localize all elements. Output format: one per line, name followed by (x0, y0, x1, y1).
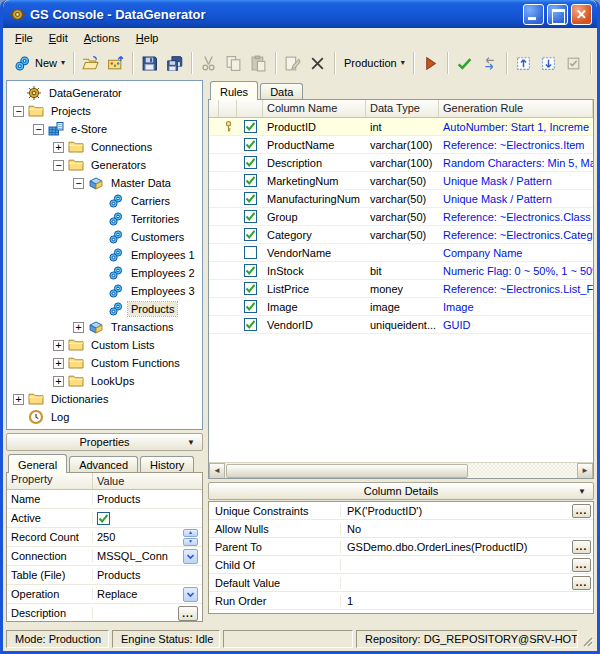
property-row-active[interactable]: Active (7, 509, 202, 528)
column-enabled-checkbox[interactable] (244, 318, 257, 331)
spinner-down-icon[interactable]: ▼ (183, 538, 198, 546)
rule-row-category[interactable]: Categoryvarchar(50)Reference: ~Electroni… (209, 226, 593, 244)
detail-row-parent-to[interactable]: Parent ToGSDemo.dbo.OrderLines(ProductID… (209, 538, 593, 556)
detail-row-unique-constraints[interactable]: Unique ConstraintsPK('ProductID')... (209, 502, 593, 520)
column-enabled-checkbox[interactable] (244, 156, 257, 169)
column-details-header[interactable]: Column Details ▼ (208, 482, 594, 500)
column-enabled-checkbox[interactable] (244, 192, 257, 205)
tree-item-dictionaries[interactable]: +Dictionaries (7, 390, 202, 408)
expand-box-icon[interactable]: + (53, 340, 64, 351)
tree-item-lookups[interactable]: +LookUps (7, 372, 202, 390)
detail-row-run-order[interactable]: Run Order1 (209, 592, 593, 610)
expand-box-icon[interactable]: + (53, 142, 64, 153)
tree-item-e-store[interactable]: −e-Store (7, 120, 202, 138)
resize-grip[interactable] (581, 635, 594, 648)
tree-item-carriers[interactable]: Carriers (7, 192, 202, 210)
tree-item-territories[interactable]: Territories (7, 210, 202, 228)
rule-row-productid[interactable]: ProductIDintAutoNumber: Start 1, Increme (209, 118, 593, 136)
ellipsis-button[interactable]: ... (178, 606, 198, 621)
properties-panel-header[interactable]: Properties ▼ (6, 433, 203, 451)
tree-item-employees-2[interactable]: Employees 2 (7, 264, 202, 282)
tree-item-products[interactable]: Products (7, 300, 202, 318)
property-row-name[interactable]: NameProducts (7, 490, 202, 509)
tab-general[interactable]: General (8, 454, 67, 473)
menu-help[interactable]: Help (128, 30, 167, 46)
spinner-up-icon[interactable]: ▲ (183, 529, 198, 537)
tab-advanced[interactable]: Advanced (69, 456, 138, 472)
tree-item-employees-3[interactable]: Employees 3 (7, 282, 202, 300)
ellipsis-button[interactable]: ... (572, 504, 591, 518)
rule-row-vendorname[interactable]: VendorNameCompany Name (209, 244, 593, 262)
rule-row-description[interactable]: Descriptionvarchar(100)Random Characters… (209, 154, 593, 172)
maximize-button[interactable] (547, 4, 568, 25)
data-type-header[interactable]: Data Type (366, 100, 439, 117)
tree-item-transactions[interactable]: +Transactions (7, 318, 202, 336)
scroll-right-button[interactable]: ► (577, 463, 593, 479)
run-button[interactable] (418, 51, 443, 76)
delete-button[interactable] (305, 51, 330, 76)
property-row-operation[interactable]: OperationReplace (7, 585, 202, 604)
column-enabled-checkbox[interactable] (244, 138, 257, 151)
dropdown-button[interactable] (183, 587, 198, 602)
minimize-button[interactable] (523, 4, 544, 25)
collapse-box-icon[interactable]: − (53, 160, 64, 171)
tree-item-employees-1[interactable]: Employees 1 (7, 246, 202, 264)
detail-row-default-value[interactable]: Default Value... (209, 574, 593, 592)
expand-box-icon[interactable]: + (73, 322, 84, 333)
tree-item-connections[interactable]: +Connections (7, 138, 202, 156)
tab-history[interactable]: History (140, 456, 194, 472)
tree-item-custom-functions[interactable]: +Custom Functions (7, 354, 202, 372)
import-project-button[interactable] (103, 51, 128, 76)
rule-row-group[interactable]: Groupvarchar(50)Reference: ~Electronics.… (209, 208, 593, 226)
active-checkbox[interactable] (97, 512, 110, 525)
detail-row-allow-nulls[interactable]: Allow NullsNo (209, 520, 593, 538)
tree-item-custom-lists[interactable]: +Custom Lists (7, 336, 202, 354)
tree-item-customers[interactable]: Customers (7, 228, 202, 246)
rule-row-vendorid[interactable]: VendorIDuniqueident...GUID (209, 316, 593, 334)
property-row-table-file-[interactable]: Table (File)Products (7, 566, 202, 585)
column-enabled-checkbox[interactable] (244, 246, 257, 259)
rule-row-marketingnum[interactable]: MarketingNumvarchar(50)Unique Mask / Pat… (209, 172, 593, 190)
ellipsis-button[interactable]: ... (572, 540, 591, 554)
collapse-box-icon[interactable]: − (73, 178, 84, 189)
property-row-connection[interactable]: ConnectionMSSQL_Conn (7, 547, 202, 566)
tree-item-generators[interactable]: −Generators (7, 156, 202, 174)
property-row-description[interactable]: Description... (7, 604, 202, 622)
collapse-box-icon[interactable]: − (33, 124, 44, 135)
record-count-spinner[interactable]: ▲▼ (183, 529, 198, 546)
tree-item-projects[interactable]: −Projects (7, 102, 202, 120)
tab-rules[interactable]: Rules (210, 81, 258, 100)
sync-button[interactable] (477, 51, 502, 76)
import-button[interactable] (536, 51, 561, 76)
column-name-header[interactable]: Column Name (263, 100, 366, 117)
menu-file[interactable]: File (7, 30, 41, 46)
rule-row-listprice[interactable]: ListPricemoneyReference: ~Electronics.Li… (209, 280, 593, 298)
scrollbar-thumb[interactable] (226, 464, 468, 478)
menu-actions[interactable]: Actions (76, 30, 128, 46)
ellipsis-button[interactable]: ... (572, 558, 591, 572)
open-button[interactable] (78, 51, 103, 76)
generation-rule-header[interactable]: Generation Rule (439, 100, 593, 117)
expand-box-icon[interactable]: + (53, 376, 64, 387)
scrollbar-track[interactable] (469, 463, 577, 478)
expand-box-icon[interactable]: + (13, 394, 24, 405)
rule-row-image[interactable]: ImageimageImage (209, 298, 593, 316)
tree-item-log[interactable]: Log (7, 408, 202, 426)
rule-row-manufacturingnum[interactable]: ManufacturingNumvarchar(50)Unique Mask /… (209, 190, 593, 208)
close-button[interactable] (571, 4, 592, 25)
dropdown-button[interactable] (183, 549, 198, 564)
column-enabled-checkbox[interactable] (244, 282, 257, 295)
column-enabled-checkbox[interactable] (244, 174, 257, 187)
column-enabled-checkbox[interactable] (244, 120, 257, 133)
tab-data[interactable]: Data (260, 83, 303, 99)
collapse-box-icon[interactable]: − (13, 106, 24, 117)
export-button[interactable] (511, 51, 536, 76)
rule-row-productname[interactable]: ProductNamevarchar(100)Reference: ~Elect… (209, 136, 593, 154)
save-button[interactable] (137, 51, 162, 76)
validate-button[interactable] (452, 51, 477, 76)
tree-item-datagenerator[interactable]: DataGenerator (7, 84, 202, 102)
scroll-left-button[interactable]: ◄ (209, 463, 225, 479)
ellipsis-button[interactable]: ... (572, 576, 591, 590)
column-enabled-checkbox[interactable] (244, 228, 257, 241)
environment-button[interactable]: Production▾ (339, 51, 409, 76)
